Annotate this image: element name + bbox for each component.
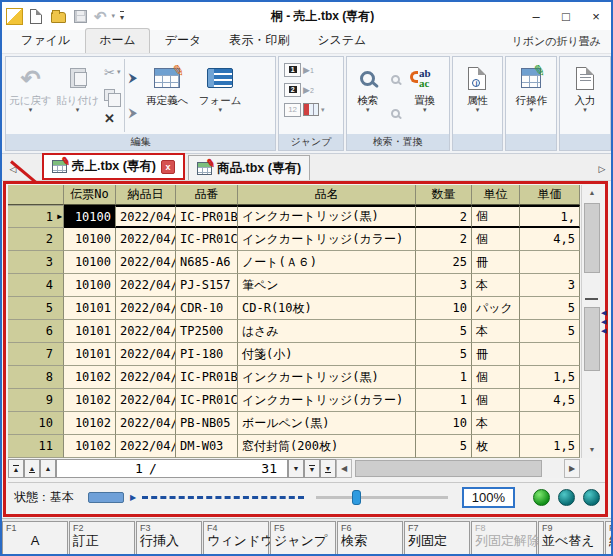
table-cell[interactable]: 2 bbox=[416, 228, 472, 251]
row-number-cell[interactable]: 1▶ bbox=[8, 205, 64, 228]
table-cell[interactable]: 2022/04/21 bbox=[116, 251, 176, 274]
table-cell[interactable]: CDR-10 bbox=[176, 297, 238, 320]
table-cell[interactable]: 10102 bbox=[64, 389, 116, 412]
scroll-down-icon[interactable]: ▼ bbox=[582, 442, 602, 458]
column-header[interactable]: 数量 bbox=[416, 185, 472, 205]
vertical-scrollbar[interactable]: ▲ ▼ bbox=[581, 185, 601, 458]
table-cell[interactable]: 付箋(小) bbox=[238, 343, 416, 366]
table-cell[interactable]: 10100 bbox=[64, 228, 116, 251]
cut-button[interactable]: ✂▾ bbox=[104, 64, 121, 81]
table-cell[interactable]: N685-A6 bbox=[176, 251, 238, 274]
horizontal-scrollbar[interactable]: ◀ ▶ bbox=[336, 459, 580, 478]
first-record-button[interactable]: ▲ bbox=[8, 459, 24, 478]
function-key-f4[interactable]: F4ウィンドウ替 bbox=[203, 521, 269, 555]
table-cell[interactable]: TP2500 bbox=[176, 320, 238, 343]
pane-split-arrows-icon[interactable]: ◀◀◀ bbox=[601, 309, 606, 334]
table-cell[interactable]: パック bbox=[472, 297, 520, 320]
bookmark-2-icon[interactable]: 2 bbox=[284, 83, 301, 97]
bookmark-1-icon[interactable]: 1 bbox=[284, 63, 301, 77]
table-cell[interactable]: 個 bbox=[472, 366, 520, 389]
row-number-cell[interactable]: 10 bbox=[8, 412, 64, 435]
table-cell[interactable] bbox=[520, 412, 580, 435]
row-number-cell[interactable]: 11 bbox=[8, 435, 64, 458]
form-button[interactable]: フォーム▾ bbox=[194, 59, 246, 132]
table-cell[interactable]: 本 bbox=[472, 274, 520, 297]
table-cell[interactable]: PI-180 bbox=[176, 343, 238, 366]
menu-tab[interactable]: システム bbox=[304, 29, 379, 53]
vscroll-split-handle[interactable] bbox=[585, 298, 598, 300]
table-cell[interactable] bbox=[520, 251, 580, 274]
table-cell[interactable]: インクカートリッジ(黒) bbox=[238, 205, 416, 228]
table-cell[interactable]: 2022/04/21 bbox=[116, 228, 176, 251]
column-header[interactable]: 単価 bbox=[520, 185, 580, 205]
table-cell[interactable]: 10100 bbox=[64, 251, 116, 274]
attribute-button[interactable]: i 属性▾ bbox=[454, 59, 501, 132]
column-header[interactable]: 品番 bbox=[176, 185, 238, 205]
close-button[interactable]: × bbox=[581, 3, 611, 29]
column-header[interactable]: 品名 bbox=[238, 185, 416, 205]
ribbon-collapse-label[interactable]: リボンの折り畳み bbox=[507, 34, 605, 53]
last-record-button[interactable]: ▼ bbox=[320, 459, 336, 478]
table-cell[interactable]: ノート(Ａ６) bbox=[238, 251, 416, 274]
menu-tab[interactable]: 表示・印刷 bbox=[216, 29, 302, 53]
table-cell[interactable]: 10 bbox=[416, 412, 472, 435]
table-cell[interactable]: 2022/04/21 bbox=[116, 435, 176, 458]
delete-button[interactable]: ✕ bbox=[104, 110, 121, 127]
search-button[interactable]: 検索▾ bbox=[348, 59, 388, 132]
table-cell[interactable]: 5 bbox=[416, 435, 472, 458]
table-cell[interactable]: 個 bbox=[472, 389, 520, 412]
vscroll-thumb-2[interactable] bbox=[584, 307, 600, 371]
table-cell[interactable]: 1 bbox=[416, 366, 472, 389]
table-cell[interactable]: 5 bbox=[520, 320, 580, 343]
table-cell[interactable]: 1 bbox=[416, 389, 472, 412]
table-cell[interactable]: IC-PR01BK bbox=[176, 366, 238, 389]
table-cell[interactable]: 2022/04/21 bbox=[116, 389, 176, 412]
menu-tab[interactable]: ファイル bbox=[8, 29, 83, 53]
table-cell[interactable]: 2022/04/21 bbox=[116, 297, 176, 320]
table-cell[interactable]: インクカートリッジ(カラー) bbox=[238, 228, 416, 251]
row-number-cell[interactable]: 4 bbox=[8, 274, 64, 297]
table-cell[interactable]: 3 bbox=[416, 274, 472, 297]
table-cell[interactable]: インクカートリッジ(黒) bbox=[238, 366, 416, 389]
column-header[interactable]: 単位 bbox=[472, 185, 520, 205]
vscroll-thumb[interactable] bbox=[584, 203, 600, 273]
table-cell[interactable]: 枚 bbox=[472, 435, 520, 458]
row-number-cell[interactable]: 2 bbox=[8, 228, 64, 251]
table-cell[interactable]: 10100 bbox=[64, 274, 116, 297]
function-key-f10[interactable]: F10絞り込み bbox=[605, 521, 613, 555]
open-file-icon[interactable] bbox=[50, 8, 67, 25]
zoom-slider[interactable] bbox=[316, 496, 448, 499]
table-cell[interactable]: 2022/04/21 bbox=[116, 366, 176, 389]
maximize-button[interactable]: □ bbox=[551, 3, 581, 29]
scroll-right-icon[interactable]: ▶ bbox=[564, 459, 580, 478]
table-cell[interactable]: 4,5 bbox=[520, 228, 580, 251]
zoom-slider-thumb[interactable] bbox=[352, 490, 361, 505]
table-cell[interactable]: 2022/04/21 bbox=[116, 412, 176, 435]
record-position-field[interactable]: 1 / 31 bbox=[56, 459, 288, 478]
table-cell[interactable]: CD-R(10枚) bbox=[238, 297, 416, 320]
replace-button[interactable]: abac 置換▾ bbox=[403, 59, 447, 132]
page-down-button[interactable]: ▼ bbox=[304, 459, 320, 478]
table-cell[interactable] bbox=[520, 343, 580, 366]
table-cell[interactable]: はさみ bbox=[238, 320, 416, 343]
row-operation-button[interactable]: ✎ 行操作▾ bbox=[508, 59, 555, 132]
function-key-f6[interactable]: F6検索 bbox=[337, 521, 403, 555]
table-cell[interactable]: 2 bbox=[416, 205, 472, 228]
row-number-cell[interactable]: 6 bbox=[8, 320, 64, 343]
table-cell[interactable]: 個 bbox=[472, 228, 520, 251]
copy-button[interactable]: ▾ bbox=[104, 87, 121, 104]
table-cell[interactable]: 3 bbox=[520, 274, 580, 297]
table-cell[interactable]: 冊 bbox=[472, 251, 520, 274]
table-cell[interactable]: 2022/04/21 bbox=[116, 343, 176, 366]
function-key-f9[interactable]: F9並べ替え bbox=[538, 521, 604, 555]
menu-tab[interactable]: ホーム bbox=[85, 28, 150, 53]
table-cell[interactable]: 10102 bbox=[64, 412, 116, 435]
table-cell[interactable]: PJ-S157 bbox=[176, 274, 238, 297]
table-cell[interactable]: 個 bbox=[472, 205, 520, 228]
hscroll-thumb[interactable] bbox=[355, 460, 542, 477]
redefine-button[interactable]: ✎ 再定義へ bbox=[140, 59, 194, 132]
table-cell[interactable]: 2022/04/21 bbox=[116, 205, 176, 228]
function-key-f2[interactable]: F2訂正 bbox=[69, 521, 135, 555]
table-cell[interactable]: 1, bbox=[520, 205, 580, 228]
zoom-level[interactable]: 100% bbox=[462, 487, 515, 508]
